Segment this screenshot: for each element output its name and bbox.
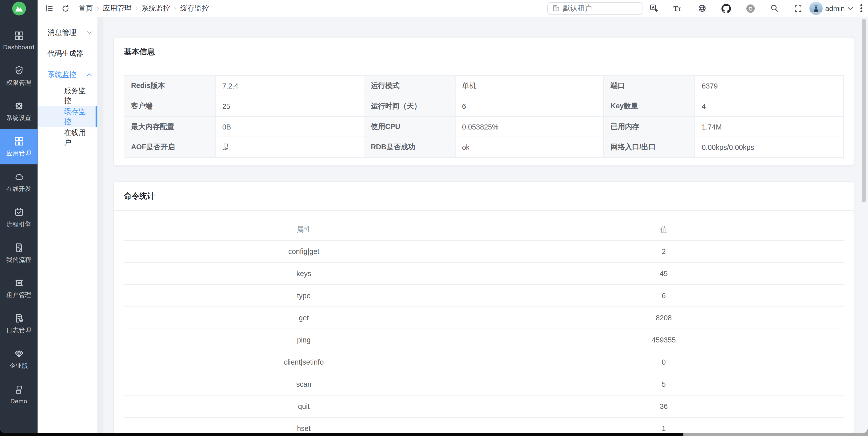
command-value: 5	[484, 373, 844, 395]
breadcrumb-item-缓存监控[interactable]: 缓存监控	[180, 3, 209, 13]
breadcrumb-separator-icon: ›	[135, 4, 138, 12]
menu-item-label: 消息管理	[48, 28, 76, 38]
sidebar-item-租户管理[interactable]: 租户管理	[0, 270, 38, 306]
sidebar-item-Demo[interactable]: Demo	[0, 377, 38, 412]
sidebar-item-系统设置[interactable]: 系统设置	[0, 93, 38, 129]
command-table-row: get8208	[124, 307, 844, 329]
command-name: keys	[124, 262, 484, 285]
info-value: 0.00kps/0.00kps	[695, 137, 843, 157]
topbar-actions: 默认租户 T T	[547, 2, 863, 15]
sidebar-item-在线开发[interactable]: 在线开发	[0, 164, 38, 200]
language-globe-icon[interactable]	[698, 4, 706, 12]
company-icon	[552, 4, 560, 12]
sidebar-gutter	[97, 17, 103, 433]
info-value: 是	[215, 137, 364, 157]
breadcrumb-item-系统监控[interactable]: 系统监控	[142, 3, 170, 13]
app-logo[interactable]	[0, 0, 38, 17]
breadcrumb: 首页›应用管理›系统监控›缓存监控	[79, 3, 209, 13]
basic-info-title: 基本信息	[124, 47, 155, 57]
sidebar-item-流程引擎[interactable]: 流程引擎	[0, 200, 38, 235]
cloud-icon	[13, 171, 24, 182]
menu-item-消息管理[interactable]: 消息管理	[38, 22, 97, 43]
command-table-row: scan5	[124, 373, 844, 395]
command-stats-title: 命令统计	[124, 191, 155, 201]
fullscreen-icon[interactable]	[794, 4, 802, 12]
breadcrumb-item-应用管理[interactable]: 应用管理	[103, 3, 131, 13]
command-table-header: 属性	[124, 219, 484, 240]
sidebar-item-label: 流程引擎	[6, 220, 31, 228]
menu-item-代码生成器[interactable]: 代码生成器	[38, 43, 97, 64]
grid-icon	[13, 30, 24, 41]
user-menu[interactable]: admin	[809, 2, 853, 15]
command-value: 0	[484, 351, 844, 373]
gear-icon	[13, 100, 24, 111]
info-value: 6	[455, 96, 603, 116]
sidebar-item-应用管理[interactable]: 应用管理	[0, 129, 38, 165]
basic-info-row: 客户端25运行时间（天）6Key数量4	[124, 96, 843, 116]
svg-text:T: T	[678, 6, 681, 11]
command-name: scan	[124, 373, 484, 395]
chevron-down-icon	[848, 6, 853, 10]
command-stats-table: 属性值 config|get2keys45type6get8208ping459…	[124, 219, 844, 433]
shield-check-icon	[13, 65, 24, 76]
collapse-menu-icon[interactable]	[45, 4, 54, 12]
info-value: 4	[695, 96, 843, 116]
frame-icon	[13, 277, 24, 288]
page-scrollbar[interactable]	[862, 19, 866, 202]
more-options-icon[interactable]	[860, 4, 863, 12]
basic-info-table: Redis版本7.2.4运行模式单机端口6379客户端25运行时间（天）6Key…	[124, 75, 844, 158]
info-value: 单机	[455, 76, 603, 96]
command-name: client|setinfo	[124, 351, 484, 373]
gitee-icon[interactable]: G	[746, 3, 755, 13]
command-value: 2	[484, 240, 844, 262]
font-size-icon[interactable]: T T	[673, 4, 683, 12]
command-table-row: ping459355	[124, 329, 844, 351]
command-table-row: type6	[124, 285, 844, 307]
command-stats-card-body: 属性值 config|get2keys45type6get8208ping459…	[114, 211, 854, 433]
breadcrumb-separator-icon: ›	[174, 4, 177, 12]
primary-sidebar: Dashboard权限管理系统设置应用管理在线开发流程引擎我的流程租户管理日志管…	[0, 17, 38, 433]
sidebar-item-label: 租户管理	[6, 291, 31, 299]
logo-mountain-icon	[12, 2, 26, 16]
menu-item-缓存监控[interactable]: 缓存监控	[38, 106, 97, 127]
command-value: 6	[484, 285, 844, 307]
info-value: 0B	[215, 116, 364, 137]
command-value: 45	[484, 262, 844, 285]
tenant-select-value: 默认租户	[563, 3, 592, 13]
github-icon[interactable]	[721, 3, 731, 13]
command-stats-card-header: 命令统计	[114, 182, 854, 211]
tenant-select[interactable]: 默认租户	[547, 2, 642, 15]
sidebar-item-我的流程[interactable]: 我的流程	[0, 235, 38, 270]
search-icon[interactable]	[770, 4, 779, 12]
doc-check-icon	[13, 313, 24, 323]
command-stats-card: 命令统计 属性值 config|get2keys45type6get8208pi…	[113, 181, 854, 433]
info-label: 网络入口/出口	[603, 137, 695, 157]
info-label: 运行时间（天）	[364, 96, 455, 116]
basic-info-row: AOF是否开启是RDB是否成功ok网络入口/出口0.00kps/0.00kps	[124, 137, 843, 157]
svg-text:G: G	[748, 5, 752, 11]
translate-icon[interactable]	[649, 4, 658, 12]
info-value: 0.053825%	[455, 116, 603, 137]
breadcrumb-item-首页[interactable]: 首页	[79, 3, 93, 13]
sidebar-item-日志管理[interactable]: 日志管理	[0, 306, 38, 342]
info-label: Redis版本	[124, 76, 215, 96]
command-name: get	[124, 307, 484, 329]
sidebar-item-label: 企业版	[9, 361, 28, 370]
info-value: 1.74M	[695, 116, 843, 137]
menu-item-在线用户[interactable]: 在线用户	[38, 127, 97, 148]
menu-item-服务监控[interactable]: 服务监控	[38, 85, 97, 106]
menu-item-系统监控[interactable]: 系统监控	[38, 64, 97, 85]
sidebar-item-企业版[interactable]: 企业版	[0, 341, 38, 377]
command-value: 36	[484, 395, 844, 417]
refresh-icon[interactable]	[61, 4, 70, 12]
basic-info-card: 基本信息 Redis版本7.2.4运行模式单机端口6379客户端25运行时间（天…	[113, 37, 854, 166]
svg-text:T: T	[673, 4, 678, 12]
info-label: RDB是否成功	[364, 137, 455, 157]
sidebar-item-label: 日志管理	[6, 326, 31, 335]
admin-app-window: 首页›应用管理›系统监控›缓存监控 默认租户	[0, 0, 868, 433]
basic-info-row: Redis版本7.2.4运行模式单机端口6379	[124, 76, 843, 96]
command-table-row: keys45	[124, 262, 844, 285]
info-label: Key数量	[603, 96, 695, 116]
sidebar-item-Dashboard[interactable]: Dashboard	[0, 23, 38, 58]
sidebar-item-权限管理[interactable]: 权限管理	[0, 58, 38, 93]
